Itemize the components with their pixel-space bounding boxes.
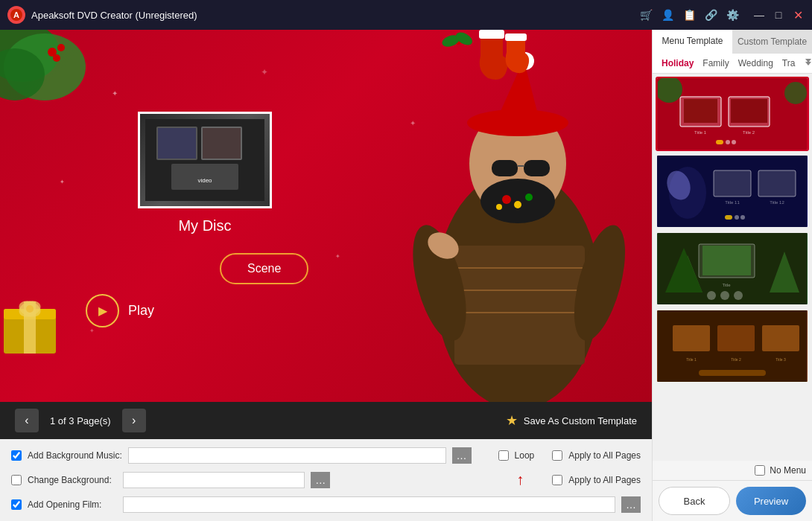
window-controls: 🛒 👤 📋 🔗 ⚙️ — □ ✕ [640,8,805,22]
opening-film-input[interactable] [123,496,615,513]
svg-text:Title 12: Title 12 [770,200,784,205]
svg-point-6 [57,44,65,51]
svg-text:Title 2: Title 2 [743,130,755,135]
svg-text:Title 1: Title 1 [686,357,697,362]
share-icon[interactable]: 🔗 [705,9,717,21]
maximize-button[interactable]: □ [772,8,785,22]
svg-point-72 [740,215,745,220]
svg-rect-60 [716,140,723,144]
apply-all-1-checkbox[interactable] [552,450,562,461]
template-item-3[interactable]: Title [656,231,809,306]
play-label: Play [128,303,154,319]
template-item-2[interactable]: Title 11 Title 12 [656,154,809,228]
snowflake-5: ✦ [261,67,268,77]
disc-title: My Disc [130,217,279,234]
svg-point-80 [707,291,716,300]
save-template-label: Save As Custom Template [524,415,637,426]
preview-button[interactable]: Preview [736,487,806,515]
svg-rect-87 [717,325,755,351]
svg-rect-78 [702,246,751,275]
svg-rect-16 [479,30,504,39]
main-area: ✦ ✦ ✦ ✦ ✦ ✦ [0,30,812,521]
svg-text:Title 1: Title 1 [694,130,707,135]
snowflake-6: ✦ [89,327,95,334]
user-icon[interactable]: 👤 [662,9,674,21]
christmas-present [0,294,74,361]
snowflake-1: ✦ [112,89,118,98]
change-bg-browse-button[interactable]: … [311,472,330,488]
category-wedding[interactable]: Wedding [735,57,776,70]
minimize-button[interactable]: — [752,8,766,22]
apply-all-2-checkbox[interactable] [552,475,562,485]
svg-rect-46 [158,128,196,159]
close-button[interactable]: ✕ [791,8,805,22]
tab-bar: Menu Template Custom Template [653,30,812,54]
svg-point-81 [720,291,729,300]
template-item-4[interactable]: Title 1 Title 2 Title 3 [656,309,809,383]
svg-point-82 [734,291,743,300]
svg-rect-86 [673,325,710,351]
loop-checkbox[interactable] [498,450,509,461]
svg-point-14 [26,305,34,313]
svg-point-61 [726,140,730,144]
christmas-socks [436,30,540,92]
scene-button[interactable]: Scene [220,253,308,284]
category-holiday[interactable]: Holiday [659,57,697,70]
help-icon[interactable]: 📋 [683,9,696,21]
red-arrow-icon: ↑ [516,471,524,488]
svg-rect-67 [758,170,796,196]
more-categories-icon[interactable] [802,57,812,69]
disc-thumbnail[interactable]: video [138,112,272,208]
svg-rect-92 [699,370,766,376]
bg-music-browse-button[interactable]: … [452,447,472,464]
play-area: ▶ Play [86,294,154,327]
right-panel: Menu Template Custom Template Holiday Fa… [652,30,812,521]
next-page-button[interactable]: › [122,409,146,432]
svg-point-53 [784,82,807,104]
svg-point-38 [502,195,511,204]
disc-thumbnail-box: video My Disc [130,112,279,234]
play-button[interactable]: ▶ [86,294,119,327]
svg-point-71 [735,215,739,220]
bg-music-input[interactable] [128,447,446,464]
no-menu-checkbox[interactable] [755,465,765,476]
action-buttons: Back Preview [653,480,812,521]
app-logo: A [7,6,25,24]
category-travel[interactable]: Tra [779,57,799,70]
apply-all-2-label: Apply to All Pages [568,475,641,485]
tab-menu-template[interactable]: Menu Template [653,30,732,54]
save-as-custom-template-button[interactable]: ★ Save As Custom Template [506,412,637,429]
bg-music-checkbox[interactable] [11,450,22,461]
svg-text:A: A [13,10,19,19]
opening-film-checkbox[interactable] [11,499,22,510]
svg-point-40 [525,194,533,201]
change-bg-row: Change Background: … ↑ Apply to All Page… [11,470,641,490]
back-button[interactable]: Back [659,487,730,515]
svg-point-21 [454,30,475,48]
page-info: 1 of 3 Page(s) [50,415,111,426]
template-item-1[interactable]: Title 1 Title 2 [656,77,809,151]
svg-rect-56 [684,99,717,123]
category-family[interactable]: Family [700,57,732,70]
prev-page-button[interactable]: ‹ [15,409,39,432]
opening-film-browse-button[interactable]: … [621,496,641,513]
change-bg-input[interactable] [123,472,305,488]
apply-all-1-label: Apply to All Pages [568,450,641,461]
svg-text:Title: Title [722,283,731,287]
snowflake-2: ✦ [60,179,65,185]
svg-text:Title 2: Title 2 [731,357,741,362]
no-menu-area: No Menu [653,461,812,480]
tab-custom-template[interactable]: Custom Template [732,30,812,54]
cart-icon[interactable]: 🛒 [640,9,653,21]
settings-icon[interactable]: ⚙️ [726,9,739,21]
svg-point-41 [496,204,502,210]
bg-music-label: Add Background Music: [28,450,122,461]
loop-label: Loop [515,450,535,461]
change-bg-checkbox[interactable] [11,475,22,485]
bg-music-row: Add Background Music: … Loop Apply to Al… [11,445,641,465]
category-tabs: Holiday Family Wedding Tra [653,54,812,74]
svg-rect-70 [725,215,732,220]
opening-film-label: Add Opening Film: [28,499,117,510]
svg-text:video: video [197,177,212,184]
christmas-decoration-top-left [0,30,104,112]
